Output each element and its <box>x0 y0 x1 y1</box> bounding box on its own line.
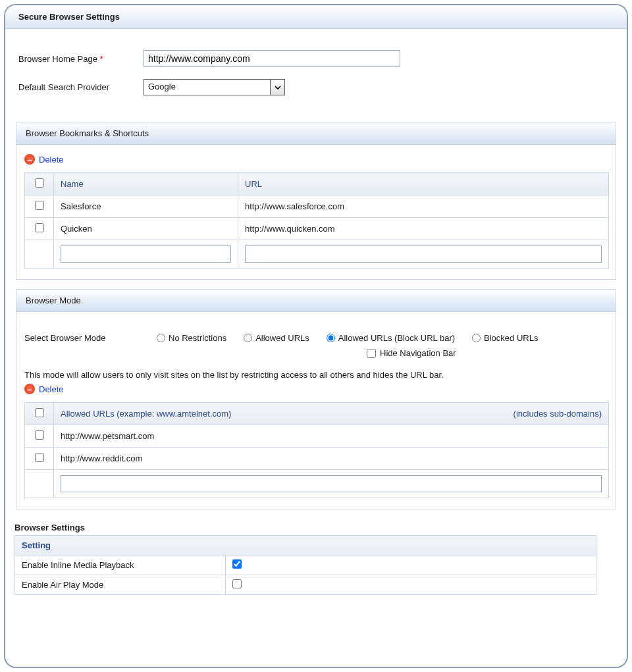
row-checkbox[interactable] <box>35 430 44 440</box>
settings-column-header: Setting <box>15 536 596 556</box>
allowed-urls-header: Allowed URLs (example: www.amtelnet.com)… <box>54 403 609 425</box>
delete-icon: – <box>24 384 35 394</box>
row-checkbox[interactable] <box>35 223 44 232</box>
hide-nav-label: Hide Navigation Bar <box>380 348 456 358</box>
mode-select-label: Select Browser Mode <box>24 333 140 343</box>
urls-select-all[interactable] <box>35 408 44 417</box>
mode-no-restrictions[interactable]: No Restrictions <box>157 333 226 343</box>
new-bookmark-url[interactable] <box>245 246 602 263</box>
airplay-checkbox[interactable] <box>232 579 242 588</box>
search-provider-value: Google <box>144 80 270 95</box>
search-provider-label: Default Search Provider <box>18 82 144 92</box>
table-row-new <box>25 470 609 498</box>
table-row: Enable Inline Media Playback <box>15 556 596 575</box>
bookmarks-table: Name URL Salesforce http://www.salesforc… <box>24 172 609 269</box>
bookmarks-delete-button[interactable]: – Delete <box>24 154 64 165</box>
row-checkbox[interactable] <box>35 453 44 462</box>
table-row: http://www.reddit.com <box>25 448 609 470</box>
mode-allowed-block[interactable]: Allowed URLs (Block URL bar) <box>327 333 455 343</box>
table-row: Quicken http://www.quicken.com <box>25 218 609 240</box>
urls-delete-button[interactable]: – Delete <box>24 384 64 394</box>
new-url-input[interactable] <box>61 475 602 492</box>
mode-title: Browser Mode <box>16 290 616 312</box>
chevron-down-icon <box>270 80 284 95</box>
row-checkbox[interactable] <box>35 201 44 210</box>
table-row: Salesforce http://www.salesforce.com <box>25 195 609 218</box>
mode-allowed-urls[interactable]: Allowed URLs <box>244 333 309 343</box>
inline-media-checkbox[interactable] <box>232 559 242 569</box>
settings-table: Setting Enable Inline Media Playback Ena… <box>14 535 596 595</box>
allowed-urls-table: Allowed URLs (example: www.amtelnet.com)… <box>24 402 609 498</box>
table-row: Enable Air Play Mode <box>15 575 596 595</box>
search-provider-select[interactable]: Google <box>144 79 285 95</box>
mode-blocked-urls[interactable]: Blocked URLs <box>472 333 538 343</box>
bookmarks-title: Browser Bookmarks & Shortcuts <box>16 122 616 145</box>
delete-icon: – <box>24 154 35 165</box>
homepage-input[interactable] <box>144 50 400 67</box>
bookmarks-col-url[interactable]: URL <box>238 173 609 195</box>
bookmarks-col-name[interactable]: Name <box>54 173 238 195</box>
bookmarks-select-all[interactable] <box>35 178 44 188</box>
mode-description: This mode will allow users to only visit… <box>24 370 609 380</box>
new-bookmark-name[interactable] <box>61 246 231 263</box>
settings-heading: Browser Settings <box>14 523 627 532</box>
table-row: http://www.petsmart.com <box>25 425 609 448</box>
table-row-new <box>25 240 609 269</box>
homepage-label: Browser Home Page * <box>18 54 144 64</box>
panel-title: Secure Browser Settings <box>5 5 627 29</box>
hide-nav-checkbox[interactable] <box>367 349 376 358</box>
